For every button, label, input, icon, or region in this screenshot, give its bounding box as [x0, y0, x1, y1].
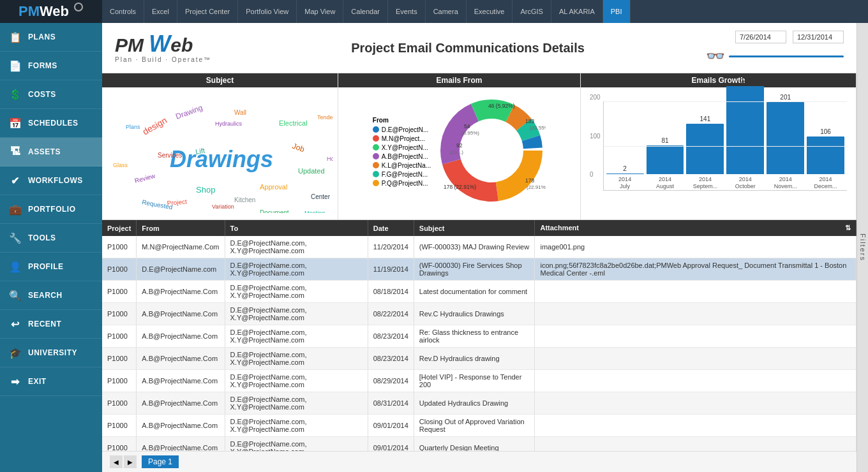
table-cell-to: D.E@ProjectName.com, X.Y@ProjectName.com [225, 415, 368, 437]
sidebar-item-profile[interactable]: 👤 PROFILE [0, 253, 102, 281]
table-row[interactable]: P1000A.B@ProjectName.ComD.E@ProjectName.… [102, 325, 857, 348]
top-nav-tab-calendar[interactable]: Calendar [343, 0, 388, 23]
sidebar-label-search: SEARCH [28, 291, 63, 300]
table-row[interactable]: P1000M.N@ProjectName.ComD.E@ProjectName.… [102, 236, 857, 258]
sidebar-item-tools[interactable]: 🔧 TOOLS [0, 224, 102, 253]
logo-area: PMWeb [0, 0, 102, 23]
col-header-to: To [225, 220, 368, 236]
table-cell-to: D.E@ProjectName.com, X.Y@ProjectName.com [225, 281, 368, 303]
table-cell-date: 09/01/2014 [368, 415, 414, 437]
bar-rect [807, 136, 844, 174]
table-row[interactable]: P1000A.B@ProjectName.ComD.E@ProjectName.… [102, 437, 857, 452]
sidebar-icon-exit: ➡ [8, 374, 23, 389]
table-cell-project: P1000 [102, 281, 137, 303]
table-section[interactable]: ProjectFromToDateSubjectAttachment ⇅ P10… [102, 220, 857, 451]
sidebar: 📋 PLANS📄 FORMS💲 COSTS📅 SCHEDULES🏗 ASSETS… [0, 23, 102, 472]
table-cell-attachment: image001.png [535, 236, 857, 258]
sidebar-item-university[interactable]: 🎓 UNIVERSITY [0, 339, 102, 367]
donut-panel: Emails From From D.E@ProjectN... M.N@Pro… [338, 73, 581, 219]
top-nav-tab-map-view[interactable]: Map View [297, 0, 343, 23]
top-nav-tabs[interactable]: ControlsExcelProject CenterPortfolio Vie… [102, 0, 868, 23]
table-cell-attachment [535, 370, 857, 392]
sidebar-label-tools: TOOLS [28, 233, 56, 242]
sort-icon[interactable]: ⇅ [845, 224, 851, 232]
table-cell-subject: Updated Hydraulics Drawing [414, 392, 535, 415]
table-cell-to: D.E@ProjectName.com, X.Y@ProjectName.com [225, 303, 368, 325]
sidebar-item-recent[interactable]: ↩ RECENT [0, 310, 102, 339]
table-cell-to: D.E@ProjectName.com, X.Y@ProjectName.com [225, 370, 368, 392]
table-cell-to: D.E@ProjectName.com, X.Y@ProjectName.com [225, 392, 368, 415]
next-page-button[interactable]: ▶ [124, 455, 137, 468]
top-nav-tab-project-center[interactable]: Project Center [177, 0, 238, 23]
bar-label: 2014October [735, 176, 756, 190]
sidebar-item-schedules[interactable]: 📅 SCHEDULES [0, 109, 102, 138]
top-nav-tab-events[interactable]: Events [388, 0, 426, 23]
bar-label: 2014Septem... [693, 176, 718, 190]
sidebar-item-assets[interactable]: 🏗 ASSETS [0, 138, 102, 166]
svg-text:(23.55%): (23.55%) [530, 125, 546, 131]
table-row[interactable]: P1000A.B@ProjectName.ComD.E@ProjectName.… [102, 392, 857, 415]
from-label: From [373, 117, 431, 124]
sidebar-item-workflows[interactable]: ✔ WORKFLOWS [0, 166, 102, 195]
sidebar-icon-schedules: 📅 [8, 115, 23, 131]
prev-page-button[interactable]: ◀ [110, 455, 123, 468]
sidebar-icon-workflows: ✔ [8, 173, 23, 188]
top-nav-tab-portfolio-view[interactable]: Portfolio View [238, 0, 297, 23]
date-slider[interactable] [729, 55, 844, 57]
table-cell-date: 08/18/2014 [368, 281, 414, 303]
svg-text:(11...): (11...) [450, 149, 463, 155]
top-nav-tab-controls[interactable]: Controls [102, 0, 144, 23]
word-cloud-panel: Subject Drawings design Electrical Drawi… [102, 73, 338, 219]
table-cell-from: D.E@ProjectName.com [137, 258, 225, 281]
svg-text:(22.91%): (22.91%) [527, 184, 546, 190]
report-header: PM Web Plan · Build · Operate™ Project E… [102, 23, 857, 73]
bar-value: 201 [780, 94, 791, 101]
svg-text:54: 54 [464, 123, 470, 129]
top-nav-tab-arcgis[interactable]: ArcGIS [513, 0, 551, 23]
svg-text:Project: Project [167, 198, 187, 207]
sidebar-item-portfolio[interactable]: 💼 PORTFOLIO [0, 195, 102, 224]
sidebar-item-forms[interactable]: 📄 FORMS [0, 52, 102, 80]
start-date-input[interactable] [735, 31, 786, 43]
top-nav-tab-al-akaria[interactable]: AL AKARIA [551, 0, 603, 23]
table-row[interactable]: P1000A.B@ProjectName.ComD.E@ProjectName.… [102, 281, 857, 303]
table-row[interactable]: P1000A.B@ProjectName.ComD.E@ProjectName.… [102, 370, 857, 392]
bar-value: 81 [661, 137, 668, 144]
sidebar-item-costs[interactable]: 💲 COSTS [0, 80, 102, 109]
sidebar-label-costs: COSTS [28, 90, 56, 99]
sidebar-item-exit[interactable]: ➡ EXIT [0, 367, 102, 396]
table-cell-project: P1000 [102, 236, 137, 258]
table-row[interactable]: P1000A.B@ProjectName.ComD.E@ProjectName.… [102, 415, 857, 437]
pmweb-logo: PM Web Plan · Build · Operate™ [115, 33, 230, 63]
svg-text:Glass: Glass [113, 162, 128, 168]
table-cell-date: 11/20/2014 [368, 236, 414, 258]
glasses-icon[interactable]: 👓 [706, 47, 725, 65]
svg-text:178 (22.91%): 178 (22.91%) [444, 184, 476, 190]
top-nav-tab-camera[interactable]: Camera [426, 0, 467, 23]
top-nav-tab-pbi[interactable]: PBI [603, 0, 631, 23]
svg-text:Kitchen: Kitchen [234, 196, 255, 203]
table-cell-to: D.E@ProjectName.com, X.Y@ProjectName.com [225, 236, 368, 258]
legend-item: F.G@ProjectN... [373, 171, 431, 178]
sidebar-icon-tools: 🔧 [8, 230, 23, 246]
top-nav-tab-excel[interactable]: Excel [144, 0, 177, 23]
svg-text:183: 183 [525, 118, 534, 124]
table-row[interactable]: P1000A.B@ProjectName.ComD.E@ProjectName.… [102, 303, 857, 325]
sidebar-label-forms: FORMS [28, 61, 57, 70]
date-filters: 👓 [706, 31, 844, 65]
table-row[interactable]: P1000A.B@ProjectName.ComD.E@ProjectName.… [102, 348, 857, 370]
top-nav-tab-executive[interactable]: Executive [467, 0, 513, 23]
legend-item: X.Y@ProjectN... [373, 144, 431, 151]
bar-rect [726, 86, 764, 174]
end-date-input[interactable] [793, 31, 844, 43]
bar-rect [767, 102, 804, 174]
pagination: ◀ ▶ Page 1 [102, 451, 857, 472]
table-row[interactable]: P1000D.E@ProjectName.comD.E@ProjectName.… [102, 258, 857, 281]
table-body: P1000M.N@ProjectName.ComD.E@ProjectName.… [102, 236, 857, 451]
filters-sidebar[interactable]: Filters [857, 23, 868, 472]
table-cell-to: D.E@ProjectName.com, X.Y@ProjectName.com [225, 325, 368, 348]
sidebar-label-workflows: WORKFLOWS [28, 176, 83, 185]
sidebar-item-search[interactable]: 🔍 SEARCH [0, 281, 102, 310]
table-cell-attachment [535, 325, 857, 348]
sidebar-item-plans[interactable]: 📋 PLANS [0, 23, 102, 52]
